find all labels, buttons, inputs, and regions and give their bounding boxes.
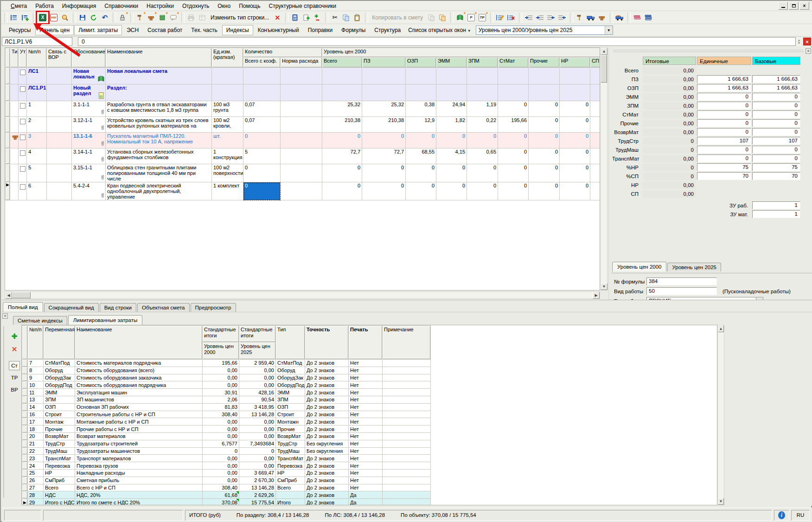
cell-number[interactable]: 1 bbox=[27, 101, 47, 117]
cell-value-6[interactable]: 0 bbox=[529, 101, 560, 117]
table-row[interactable]: 18ПрочиеПрочие работы с НР и СП0,000,00П… bbox=[22, 425, 431, 433]
minimize-button[interactable] bbox=[778, 2, 788, 10]
cell-value-8[interactable] bbox=[590, 84, 600, 101]
cell-reference-input[interactable]: ЛС1.P1.V6 bbox=[2, 37, 72, 46]
cell-1[interactable]: НДС bbox=[44, 491, 75, 499]
row-properties-icon[interactable] bbox=[197, 13, 207, 23]
cell-3[interactable]: 0,00 bbox=[203, 462, 239, 470]
cell-1[interactable]: ОборудПод bbox=[44, 381, 75, 389]
cell-value-1[interactable]: 0 bbox=[362, 133, 406, 148]
cell-value-4[interactable]: 0 bbox=[467, 133, 498, 148]
column-header-p3[interactable]: ЭММ bbox=[436, 58, 467, 68]
cell-1[interactable]: ТрудМаш bbox=[44, 447, 75, 455]
language-indicator[interactable]: RU bbox=[791, 510, 810, 521]
status-info[interactable]: i bbox=[774, 510, 789, 521]
column-header-std-2025[interactable]: Стандартные итоги bbox=[239, 326, 276, 342]
formula-value-input[interactable]: 0 bbox=[78, 37, 796, 46]
price-base-value[interactable]: 0 bbox=[752, 110, 800, 118]
cell-value-7[interactable]: 0 bbox=[560, 101, 590, 117]
table-row[interactable]: 10ОборудПодСтоимость оборудования подряд… bbox=[22, 381, 431, 389]
open-windows-button[interactable]: Список открытых окон▼ bbox=[408, 27, 471, 33]
cell-vor-link[interactable] bbox=[47, 148, 72, 164]
cell-7[interactable]: Нет bbox=[349, 411, 383, 418]
column-header-p1[interactable]: ПЗ bbox=[362, 58, 406, 68]
cell-type[interactable] bbox=[10, 117, 19, 133]
price-base-value[interactable]: 1 666,63 bbox=[752, 75, 800, 83]
cell-7[interactable]: Да bbox=[349, 491, 383, 499]
column-header-quantity[interactable]: Количество bbox=[243, 48, 322, 58]
column-header-p0[interactable]: Всего bbox=[322, 58, 362, 68]
table-row[interactable]: 21ТрудСтрТрудозатраты строителей6,75777,… bbox=[22, 440, 431, 447]
panel-tab-3[interactable]: Лимит. затраты bbox=[74, 25, 122, 35]
cell-value-2[interactable]: 0 bbox=[406, 164, 436, 182]
cell-0[interactable]: 8 bbox=[28, 367, 44, 374]
cell-7[interactable]: Нет bbox=[349, 440, 383, 447]
cell-2[interactable]: Стоимость оборудования заказчика bbox=[75, 374, 203, 381]
works-icon[interactable] bbox=[575, 13, 585, 23]
cell-3[interactable]: 195,66 bbox=[203, 360, 239, 367]
cell-6[interactable]: До 2 знаков bbox=[305, 360, 349, 367]
cell-number[interactable]: 2 bbox=[27, 117, 47, 133]
cell-value-6[interactable]: 0 bbox=[529, 164, 560, 182]
cell-7[interactable]: Нет bbox=[349, 469, 383, 477]
cell-3[interactable]: 0 bbox=[203, 447, 239, 455]
indent-decrease-all-icon[interactable] bbox=[557, 13, 567, 23]
cell-2[interactable]: Возврат материалов bbox=[75, 432, 203, 440]
cell-value-0[interactable] bbox=[322, 68, 362, 84]
cell-unit[interactable]: 1 конструкция bbox=[212, 148, 243, 164]
cell-0[interactable]: 24 bbox=[28, 462, 44, 470]
panel-tab-8[interactable]: Конъюнктурный bbox=[254, 25, 303, 35]
cell-3[interactable]: 0,00 bbox=[203, 381, 239, 389]
cell-7[interactable]: Нет bbox=[349, 447, 383, 455]
cell-5[interactable]: ОборудПод bbox=[276, 381, 305, 389]
price-base-value[interactable]: 75 bbox=[752, 163, 800, 171]
cell-1[interactable]: СмПриб bbox=[44, 477, 75, 484]
table-row[interactable]: ЛС1.Р1Новый разделPРаздел: bbox=[6, 84, 601, 101]
column-header-q1[interactable]: Норма расхода bbox=[281, 58, 322, 68]
cell-3[interactable]: 81,83 bbox=[203, 403, 239, 411]
cell-6[interactable]: До 2 знаков bbox=[305, 418, 349, 425]
cell-approved[interactable] bbox=[19, 148, 27, 164]
cell-3[interactable]: 0,00 bbox=[203, 418, 239, 425]
cell-2[interactable]: ЗП машинистов bbox=[75, 396, 203, 403]
cell-value-3[interactable]: 0 bbox=[436, 133, 467, 148]
cell-3[interactable]: 2,06 bbox=[203, 396, 239, 403]
cell-7[interactable]: Нет bbox=[349, 367, 383, 374]
cell-8[interactable] bbox=[383, 360, 431, 367]
cell-consumption-rate[interactable] bbox=[281, 164, 322, 182]
cell-0[interactable]: 10 bbox=[28, 381, 44, 389]
cell-3[interactable]: 370,08 bbox=[203, 499, 239, 505]
cell-quantity[interactable]: 0 bbox=[243, 164, 281, 182]
cell-2[interactable]: Трудозатраты машинистов bbox=[75, 447, 203, 455]
cell-consumption-rate[interactable] bbox=[281, 117, 322, 133]
cell-value-5[interactable]: 0 bbox=[498, 133, 529, 148]
cell-8[interactable] bbox=[383, 447, 431, 455]
cell-3[interactable]: 6,7577 bbox=[203, 440, 239, 447]
dock-close-icon[interactable]: × bbox=[2, 313, 8, 319]
restore-button[interactable] bbox=[789, 2, 799, 10]
methodic-book-icon[interactable] bbox=[632, 13, 642, 23]
cell-3[interactable]: 0,00 bbox=[203, 477, 239, 484]
cell-2[interactable]: Стоимость материалов подрядчика bbox=[75, 360, 203, 367]
cell-8[interactable] bbox=[383, 396, 431, 403]
chevron-down-icon[interactable]: ▼ bbox=[605, 26, 613, 34]
cell-approved[interactable] bbox=[19, 117, 27, 133]
column-header-num[interactable]: №п/п bbox=[28, 326, 44, 360]
indent-increase-icon[interactable] bbox=[524, 13, 534, 23]
cell-value-7[interactable]: 0 bbox=[560, 164, 590, 182]
cell-6[interactable]: До 2 знаков bbox=[305, 491, 349, 499]
change-row-type-button[interactable]: Изменить тип строки... bbox=[208, 14, 272, 21]
cell-8[interactable] bbox=[383, 455, 431, 462]
cell-3[interactable]: 0,00 bbox=[203, 432, 239, 440]
price-unit-value[interactable]: 0 bbox=[697, 110, 751, 118]
cell-unit[interactable]: 100 м2 поверхности bbox=[212, 164, 243, 182]
cell-value-8[interactable] bbox=[590, 182, 600, 200]
cell-4[interactable]: 0,00 bbox=[239, 418, 276, 425]
cell-value-2[interactable]: 0 bbox=[406, 133, 436, 148]
cell-0[interactable]: 7 bbox=[28, 360, 44, 367]
table-row[interactable]: ▶29Итого с НДСИтого по смете с НДС 20%37… bbox=[22, 499, 431, 505]
column-header-c6[interactable]: Ед.изм. (краткая) bbox=[212, 48, 243, 68]
price-base-value[interactable]: 0 bbox=[752, 128, 800, 136]
cell-4[interactable]: 0,00 bbox=[239, 374, 276, 381]
table-row[interactable]: 28НДСНДС, 20%61,682 629,26До 2 знаковДа bbox=[22, 491, 431, 499]
